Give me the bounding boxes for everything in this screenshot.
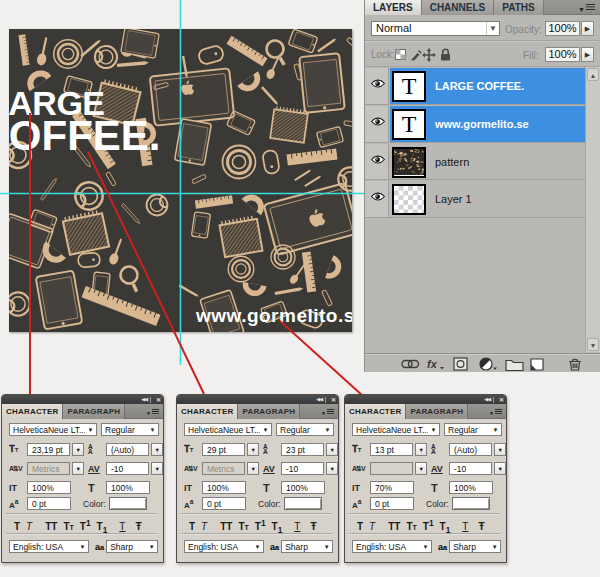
svg-text:fx: fx bbox=[427, 358, 438, 370]
